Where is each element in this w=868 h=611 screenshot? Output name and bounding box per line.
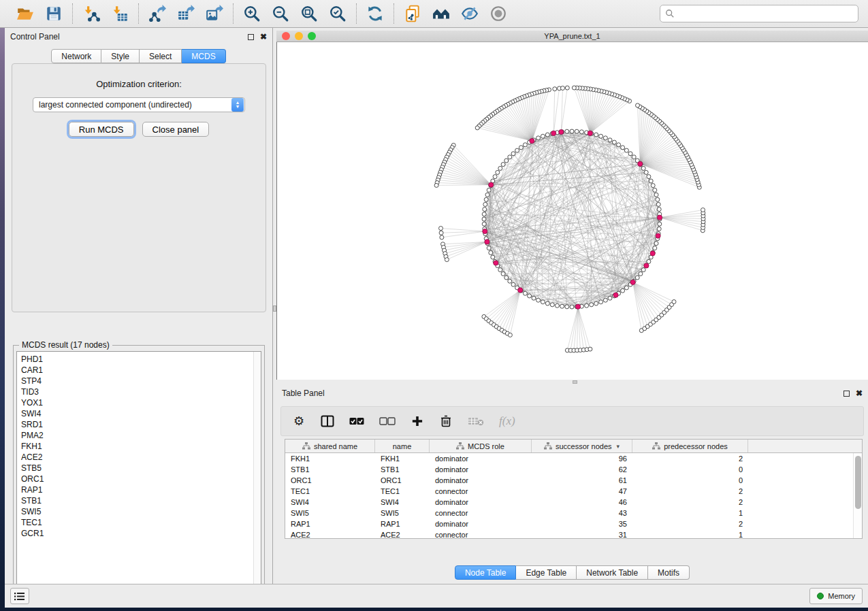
result-node-item[interactable]: CAR1: [21, 365, 261, 376]
network-canvas[interactable]: [276, 42, 868, 380]
search-input[interactable]: [678, 9, 853, 18]
export-image-button[interactable]: [205, 4, 224, 23]
table-row[interactable]: ACE2ACE2connector311: [285, 529, 853, 538]
delete-icon[interactable]: [439, 414, 453, 429]
tab-network[interactable]: Network: [51, 49, 101, 63]
result-node-item[interactable]: SWI5: [21, 506, 261, 517]
mcds-result-title: MCDS result (17 nodes): [19, 340, 112, 350]
horizontal-splitter[interactable]: [276, 380, 868, 384]
open-folder-button[interactable]: [16, 4, 35, 23]
cell-name: ORC1: [375, 476, 430, 484]
column-header-predecessor-nodes[interactable]: predecessor nodes: [632, 440, 748, 452]
result-node-item[interactable]: YOX1: [21, 397, 261, 408]
optimization-criterion-select[interactable]: largest connected component (undirected)…: [33, 97, 245, 112]
close-table-panel-icon[interactable]: ✖: [856, 389, 863, 397]
close-panel-button[interactable]: Close panel: [142, 122, 210, 137]
result-node-item[interactable]: STP4: [21, 376, 261, 386]
settings-gear-icon[interactable]: ⚙: [292, 414, 306, 429]
houses-button[interactable]: [432, 4, 451, 23]
table-row[interactable]: SWI4SWI4dominator462: [285, 497, 853, 508]
result-node-item[interactable]: ORC1: [21, 474, 261, 484]
cell-MCDS-role: dominator: [430, 498, 532, 506]
result-node-item[interactable]: TID3: [21, 386, 261, 397]
table-panel-title: Table Panel: [282, 389, 325, 398]
cell-MCDS-role: connector: [430, 509, 532, 517]
select-all-icon[interactable]: [349, 414, 364, 429]
export-network-button[interactable]: [148, 4, 167, 23]
column-header-name[interactable]: name: [375, 440, 430, 452]
cell-successor-nodes: 62: [532, 465, 632, 474]
show-columns-icon[interactable]: [321, 414, 334, 429]
main-toolbar: [0, 0, 868, 28]
float-table-panel-icon[interactable]: [843, 391, 850, 397]
result-node-item[interactable]: ACE2: [21, 452, 261, 463]
column-type-icon: [544, 442, 552, 450]
result-node-item[interactable]: PMA2: [21, 430, 261, 441]
zoom-in-button[interactable]: [242, 4, 261, 23]
import-table-button[interactable]: [110, 4, 129, 23]
tab-network-table[interactable]: Network Table: [577, 565, 648, 580]
result-node-item[interactable]: SRD1: [21, 419, 261, 430]
result-node-item[interactable]: RAP1: [21, 484, 261, 495]
refresh-button[interactable]: [366, 4, 385, 23]
column-header-shared-name[interactable]: shared name: [285, 440, 375, 452]
table-row[interactable]: TEC1TEC1connector472: [285, 486, 853, 497]
tab-select[interactable]: Select: [140, 49, 182, 63]
cell-MCDS-role: dominator: [430, 520, 532, 528]
cell-name: SWI4: [375, 498, 430, 506]
table-scrollbar[interactable]: [853, 453, 862, 538]
close-window-icon[interactable]: [282, 32, 290, 40]
memory-button[interactable]: Memory: [809, 588, 863, 604]
tab-motifs[interactable]: Motifs: [648, 565, 690, 580]
network-window-titlebar[interactable]: YPA_prune.txt_1: [276, 31, 868, 42]
cell-shared-name: TEC1: [285, 487, 375, 495]
eye-button[interactable]: [489, 4, 508, 23]
column-header-MCDS-role[interactable]: MCDS role: [430, 440, 532, 452]
result-node-item[interactable]: STB5: [21, 463, 261, 474]
tab-edge-table[interactable]: Edge Table: [516, 565, 577, 580]
float-panel-icon[interactable]: [248, 34, 254, 40]
eye-slash-button[interactable]: [460, 4, 479, 23]
close-panel-icon[interactable]: ✖: [260, 33, 267, 41]
zoom-selected-button[interactable]: [328, 4, 347, 23]
zoom-selected-icon: [329, 5, 347, 22]
tab-mcds[interactable]: MCDS: [182, 49, 225, 63]
task-history-button[interactable]: [10, 588, 29, 604]
result-node-item[interactable]: GCR1: [21, 528, 261, 539]
splitter-grip[interactable]: [573, 380, 577, 384]
deselect-all-icon[interactable]: [379, 414, 396, 429]
run-mcds-button[interactable]: Run MCDS: [69, 122, 134, 137]
result-node-item[interactable]: TEC1: [21, 517, 261, 528]
add-icon[interactable]: [411, 414, 424, 429]
result-list-scrollbar[interactable]: [253, 352, 261, 594]
table-panel: Table Panel ✖ ⚙ f(x) shared namenameMCDS…: [276, 384, 868, 584]
cell-successor-nodes: 46: [532, 498, 632, 506]
save-icon: [45, 5, 63, 22]
result-node-item[interactable]: FKH1: [21, 441, 261, 452]
zoom-fit-button[interactable]: [300, 4, 319, 23]
zoom-out-button[interactable]: [271, 4, 290, 23]
result-node-item[interactable]: PHD1: [21, 354, 261, 365]
import-network-button[interactable]: [82, 4, 101, 23]
table-row[interactable]: RAP1RAP1dominator352: [285, 518, 853, 529]
export-table-button[interactable]: [176, 4, 195, 23]
tab-style[interactable]: Style: [101, 49, 140, 63]
maximize-window-icon[interactable]: [308, 32, 316, 40]
table-scrollbar-thumb[interactable]: [855, 456, 861, 509]
tab-node-table[interactable]: Node Table: [455, 565, 517, 580]
table-row[interactable]: SWI5SWI5connector431: [285, 508, 853, 518]
table-row[interactable]: FKH1FKH1dominator962: [285, 453, 853, 464]
mcds-result-list[interactable]: PHD1CAR1STP4TID3YOX1SWI4SRD1PMA2FKH1ACE2…: [16, 351, 261, 595]
memory-label: Memory: [828, 592, 855, 600]
zoom-out-icon: [272, 5, 289, 22]
save-button[interactable]: [44, 4, 63, 23]
network-window: YPA_prune.txt_1: [276, 31, 868, 380]
table-row[interactable]: STB1STB1dominator620: [285, 464, 853, 475]
minimize-window-icon[interactable]: [295, 32, 303, 40]
export-document-button[interactable]: [403, 4, 422, 23]
result-node-item[interactable]: SWI4: [21, 408, 261, 419]
table-row[interactable]: ORC1ORC1dominator610: [285, 475, 853, 486]
result-node-item[interactable]: STB1: [21, 495, 261, 506]
column-header-successor-nodes[interactable]: successor nodes▾: [532, 440, 632, 452]
cell-name: RAP1: [375, 520, 430, 528]
